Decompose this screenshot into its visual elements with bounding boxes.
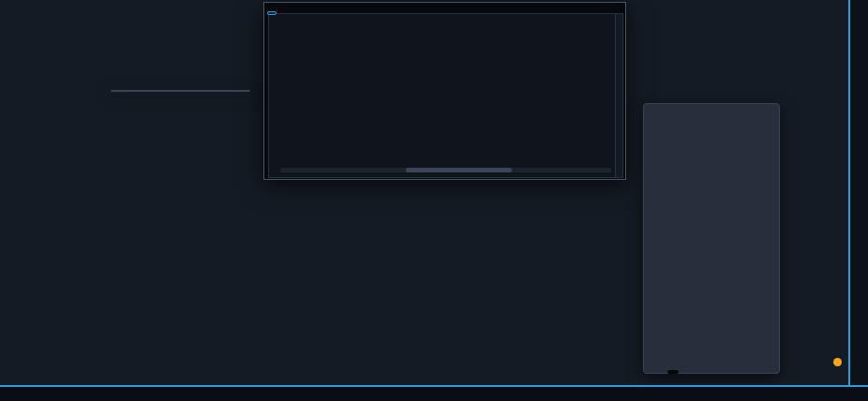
mini-sidebar-strip [615, 14, 622, 177]
gear-icon[interactable] [47, 31, 57, 41]
chart-context-menu [111, 90, 250, 92]
gear-icon[interactable] [47, 18, 57, 28]
volume-bars-icon [60, 31, 70, 41]
close-icon[interactable] [614, 5, 621, 12]
legend-volume-row[interactable] [34, 29, 73, 42]
timeframe-bar [0, 374, 846, 385]
mini-scrollbar [280, 168, 611, 172]
status-bar [0, 387, 868, 401]
eye-off-icon[interactable] [34, 18, 44, 28]
legend-candlestick-row[interactable] [34, 16, 73, 29]
mini-price-chart [269, 14, 622, 177]
screenshot-preview-popup [263, 2, 626, 180]
legend-symbol-row[interactable] [34, 3, 73, 16]
popup-window-icons [604, 5, 621, 12]
popup-tab-price-chart[interactable] [267, 11, 277, 15]
right-sidebar [848, 0, 868, 385]
save-tooltip [667, 370, 679, 374]
copy-icon[interactable] [603, 27, 611, 36]
mini-scrollbar-thumb [406, 168, 512, 172]
popup-chart-image [268, 13, 623, 178]
save-layout-menu [643, 103, 780, 374]
expand-icon[interactable] [604, 5, 611, 12]
eye-off-icon[interactable] [34, 31, 44, 41]
trading-app [0, 0, 868, 401]
notification-dot [833, 358, 842, 366]
popup-title [264, 3, 625, 5]
chart-legend [34, 3, 73, 42]
magnifier-icon[interactable] [34, 5, 44, 15]
